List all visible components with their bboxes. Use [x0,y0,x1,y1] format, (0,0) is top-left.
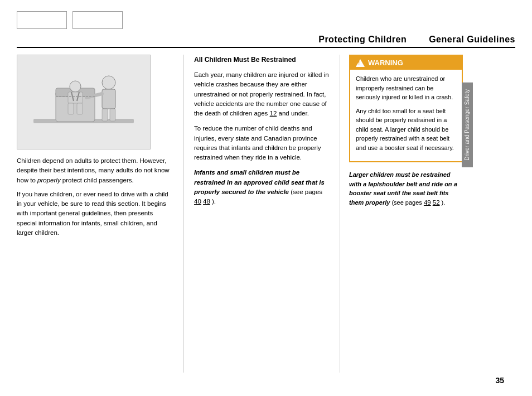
nav-box-2[interactable] [72,11,123,29]
warning-body: Children who are unrestrained or imprope… [350,70,462,161]
page-header: Protecting Children General Guidelines [17,35,515,48]
main-content: Children depend on adults to protect the… [17,55,515,373]
svg-rect-5 [68,103,74,114]
age-link[interactable]: 12 [270,110,277,117]
illustration-svg [22,57,145,147]
page-number: 35 [495,376,504,385]
section-title: All Children Must Be Restrained [194,55,330,65]
header-title: Protecting Children [318,35,407,45]
page-link-49[interactable]: 49 [424,199,431,206]
left-para1: Children depend on adults to protect the… [17,156,172,185]
middle-para1: Each year, many children are injured or … [194,70,330,118]
svg-rect-10 [102,89,115,109]
left-column: Children depend on adults to protect the… [17,55,184,373]
warning-triangle-icon [356,59,365,67]
warning-para1: Children who are unrestrained or imprope… [356,74,456,102]
right-caption: Larger children must be restrained with … [349,170,463,207]
top-nav [17,11,515,29]
svg-rect-6 [77,103,83,114]
svg-rect-13 [110,109,115,121]
header-subtitle: General Guidelines [429,35,515,45]
warning-label: WARNING [368,59,403,67]
page-link-40[interactable]: 40 [194,198,201,205]
middle-para3: Infants and small children must be restr… [194,168,330,206]
page-container: Protecting Children General Guidelines [0,0,532,396]
middle-column: All Children Must Be Restrained Each yea… [184,55,340,373]
svg-rect-12 [102,109,108,121]
middle-text: All Children Must Be Restrained Each yea… [194,55,330,206]
car-seat-illustration [17,55,151,149]
right-column: WARNING Children who are unrestrained or… [340,55,463,373]
svg-rect-4 [68,92,83,103]
page-link-48[interactable]: 48 [203,198,210,205]
svg-point-3 [70,81,81,92]
right-caption-text: Larger children must be restrained with … [349,170,463,207]
nav-box-1[interactable] [17,11,67,29]
middle-para2: To reduce the number of child deaths and… [194,124,330,162]
warning-header: WARNING [350,56,462,70]
left-para2: If you have children, or ever need to dr… [17,190,172,238]
warning-box: WARNING Children who are unrestrained or… [349,55,463,162]
side-tab: Driver and Passenger Safety [462,83,473,167]
page-link-52[interactable]: 52 [433,199,440,206]
left-text: Children depend on adults to protect the… [17,156,172,238]
svg-point-9 [102,76,115,89]
warning-para2: Any child too small for a seat belt shou… [356,107,456,153]
